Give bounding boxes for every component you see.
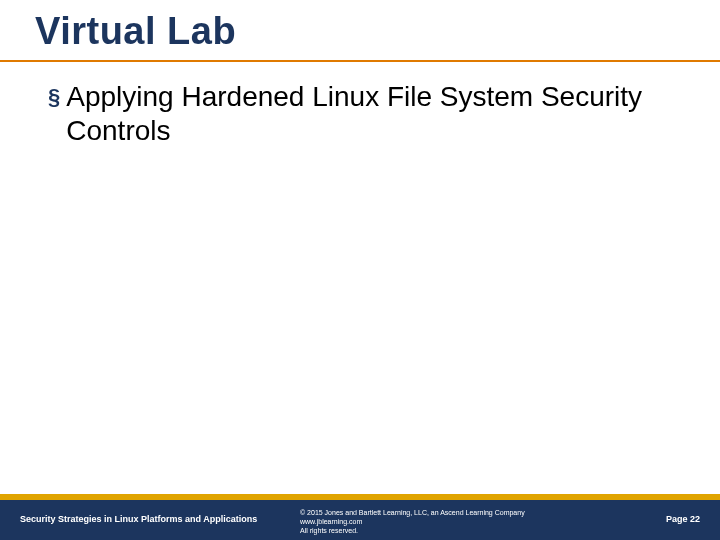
title-area: Virtual Lab <box>35 10 685 53</box>
url-line: www.jblearning.com <box>300 517 525 526</box>
slide-title: Virtual Lab <box>35 10 685 53</box>
footer-bar: Security Strategies in Linux Platforms a… <box>0 500 720 540</box>
slide: Virtual Lab § Applying Hardened Linux Fi… <box>0 0 720 540</box>
footer: Security Strategies in Linux Platforms a… <box>0 494 720 540</box>
footer-left-text: Security Strategies in Linux Platforms a… <box>20 514 257 524</box>
rights-line: All rights reserved. <box>300 526 525 535</box>
bullet-text: Applying Hardened Linux File System Secu… <box>66 80 680 148</box>
bullet-marker: § <box>48 80 60 114</box>
footer-center-text: © 2015 Jones and Bartlett Learning, LLC,… <box>300 508 525 535</box>
list-item: § Applying Hardened Linux File System Se… <box>48 80 680 148</box>
copyright-line: © 2015 Jones and Bartlett Learning, LLC,… <box>300 508 525 517</box>
title-underline <box>0 60 720 62</box>
page-number: Page 22 <box>666 514 700 524</box>
bullet-list: § Applying Hardened Linux File System Se… <box>48 80 680 148</box>
